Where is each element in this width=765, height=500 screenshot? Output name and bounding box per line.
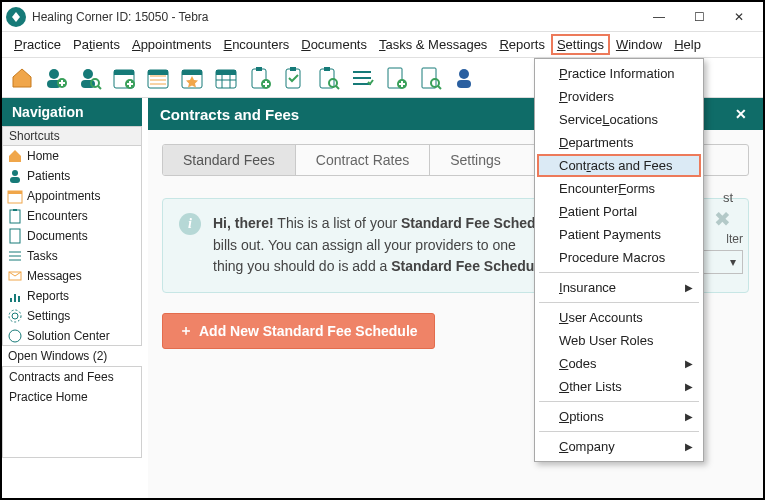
settings-dropdown: Practice InformationProvidersService Loc… [534, 58, 704, 462]
svg-rect-34 [13, 209, 17, 211]
calendar-star-icon[interactable] [178, 64, 206, 92]
svg-rect-14 [216, 70, 236, 75]
maximize-button[interactable]: ☐ [679, 3, 719, 31]
chevron-down-icon: ▾ [730, 255, 736, 269]
clipboard-check-icon[interactable] [280, 64, 308, 92]
open-window-item[interactable]: Contracts and Fees [3, 367, 141, 387]
submenu-arrow-icon: ▶ [685, 411, 693, 422]
calendar-icon [7, 188, 23, 204]
sidebar-item-documents[interactable]: Documents [3, 226, 141, 246]
svg-point-42 [9, 330, 21, 342]
menu-patients[interactable]: Patients [67, 34, 126, 55]
svg-rect-12 [182, 70, 202, 75]
dropdown-item[interactable]: Contracts and Fees [537, 154, 701, 177]
sidebar-item-encounters[interactable]: Encounters [3, 206, 141, 226]
shortcuts-list[interactable]: Home Patients Appointments Encounters Do… [2, 146, 142, 346]
sidebar-item-patients[interactable]: Patients [3, 166, 141, 186]
dropdown-item[interactable]: Encounter Forms [537, 177, 701, 200]
menu-help[interactable]: Help [668, 34, 707, 55]
dropdown-item[interactable]: Options▶ [537, 405, 701, 428]
open-window-item[interactable]: Practice Home [3, 387, 141, 407]
dropdown-item[interactable]: Service Locations [537, 108, 701, 131]
menu-tasks-messages[interactable]: Tasks & Messages [373, 34, 493, 55]
dropdown-item[interactable]: Insurance▶ [537, 276, 701, 299]
solution-icon [7, 328, 23, 344]
svg-point-40 [12, 313, 18, 319]
dropdown-item[interactable]: Other Lists▶ [537, 375, 701, 398]
sidebar-item-reports[interactable]: Reports [3, 286, 141, 306]
menu-practice[interactable]: Practice [8, 34, 67, 55]
svg-point-27 [459, 69, 469, 79]
dropdown-item[interactable]: User Accounts [537, 306, 701, 329]
dropdown-item[interactable]: Web User Roles [537, 329, 701, 352]
document-icon [7, 228, 23, 244]
dropdown-item[interactable]: Providers [537, 85, 701, 108]
svg-point-3 [83, 69, 93, 79]
svg-rect-30 [10, 177, 20, 183]
menu-appointments[interactable]: Appointments [126, 34, 218, 55]
document-add-icon[interactable] [382, 64, 410, 92]
shortcuts-label: Shortcuts [2, 126, 142, 146]
menu-window[interactable]: Window [610, 34, 668, 55]
submenu-arrow-icon: ▶ [685, 358, 693, 369]
navigation-panel: Navigation Shortcuts Home Patients Appoi… [2, 98, 142, 498]
list-check-icon[interactable] [348, 64, 376, 92]
svg-point-41 [9, 310, 21, 322]
sidebar-item-messages[interactable]: Messages [3, 266, 141, 286]
dropdown-item[interactable]: Patient Portal [537, 200, 701, 223]
calendar-new-icon[interactable] [110, 64, 138, 92]
close-button[interactable]: ✕ [719, 3, 759, 31]
menu-encounters[interactable]: Encounters [217, 34, 295, 55]
sidebar-item-label: Documents [27, 229, 88, 243]
clipboard-search-icon[interactable] [314, 64, 342, 92]
dropdown-item[interactable]: Company▶ [537, 435, 701, 458]
app-logo-icon [6, 7, 26, 27]
dropdown-item[interactable]: Practice Information [537, 62, 701, 85]
submenu-arrow-icon: ▶ [685, 282, 693, 293]
clipboard-icon [7, 208, 23, 224]
tab-standard-fees[interactable]: Standard Fees [163, 145, 296, 175]
dropdown-item[interactable]: Codes▶ [537, 352, 701, 375]
sidebar-item-label: Settings [27, 309, 70, 323]
svg-rect-21 [324, 67, 330, 71]
svg-rect-16 [256, 67, 262, 71]
sidebar-item-appointments[interactable]: Appointments [3, 186, 141, 206]
add-standard-fee-button[interactable]: ＋ Add New Standard Fee Schedule [162, 313, 435, 349]
submenu-arrow-icon: ▶ [685, 381, 693, 392]
document-search-icon[interactable] [416, 64, 444, 92]
dropdown-item[interactable]: Departments [537, 131, 701, 154]
messages-icon [7, 268, 23, 284]
minimize-button[interactable]: — [639, 3, 679, 31]
sidebar-item-label: Reports [27, 289, 69, 303]
add-button-label: Add New Standard Fee Schedule [199, 323, 418, 339]
sidebar-item-home[interactable]: Home [3, 146, 141, 166]
svg-rect-35 [10, 229, 20, 243]
patient-add-icon[interactable] [42, 64, 70, 92]
info-icon: i [179, 213, 201, 235]
panel-close-icon[interactable]: ✕ [731, 104, 751, 124]
dropdown-item[interactable]: Procedure Macros [537, 246, 701, 269]
svg-rect-7 [114, 70, 134, 75]
sidebar-item-tasks[interactable]: Tasks [3, 246, 141, 266]
tab-settings[interactable]: Settings [430, 145, 521, 175]
sidebar-item-solution-center[interactable]: Solution Center [3, 326, 141, 346]
patient-search-icon[interactable] [76, 64, 104, 92]
open-windows-list: Contracts and Fees Practice Home [2, 366, 142, 458]
menubar: Practice Patients Appointments Encounter… [2, 32, 763, 58]
calendar-warning-icon[interactable] [144, 64, 172, 92]
window-title: Healing Corner ID: 15050 - Tebra [32, 10, 639, 24]
provider-icon[interactable] [450, 64, 478, 92]
sidebar-item-label: Appointments [27, 189, 100, 203]
menu-reports[interactable]: Reports [493, 34, 551, 55]
tab-contract-rates[interactable]: Contract Rates [296, 145, 430, 175]
menu-settings[interactable]: Settings [551, 34, 610, 55]
dropdown-item[interactable]: Patient Payments [537, 223, 701, 246]
svg-rect-28 [457, 80, 471, 88]
menu-documents[interactable]: Documents [295, 34, 373, 55]
svg-rect-37 [10, 298, 12, 302]
sidebar-item-label: Messages [27, 269, 82, 283]
calendar-grid-icon[interactable] [212, 64, 240, 92]
clipboard-add-icon[interactable] [246, 64, 274, 92]
home-icon[interactable] [8, 64, 36, 92]
sidebar-item-settings[interactable]: Settings [3, 306, 141, 326]
